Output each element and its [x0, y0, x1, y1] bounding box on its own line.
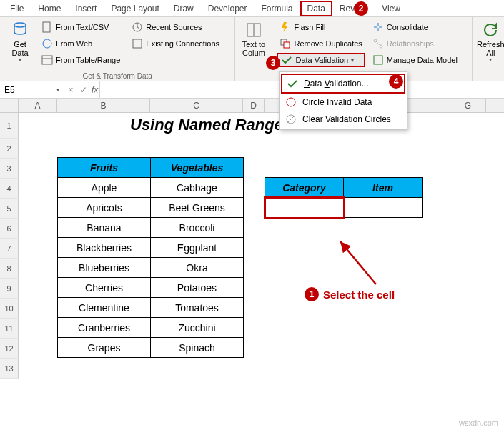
cell[interactable]: Zucchini [151, 318, 244, 338]
annotation-arrow [333, 234, 390, 291]
remove-dup-icon [280, 38, 291, 49]
from-web-button[interactable]: From Web [39, 36, 123, 51]
manage-data-model-button[interactable]: Manage Data Model [370, 53, 460, 67]
svg-rect-3 [42, 56, 52, 64]
svg-rect-1 [43, 22, 50, 32]
data-validation-dropdown: Data Validation... Circle Invalid Data C… [279, 71, 407, 130]
cell[interactable]: Clementine [58, 298, 151, 318]
worksheet: A B C D E F G 1 2 3 4 5 6 7 8 9 10 11 12… [0, 99, 504, 113]
from-text-csv-button[interactable]: From Text/CSV [39, 20, 123, 34]
dd-circle-invalid[interactable]: Circle Invalid Data [281, 94, 405, 111]
row-10[interactable]: 10 [0, 299, 19, 319]
selection-table: CategoryItem [265, 177, 423, 218]
existing-connections-button[interactable]: Existing Connections [129, 36, 222, 51]
chevron-down-icon: ▾ [56, 86, 59, 93]
page-title: Using Named Range [130, 116, 283, 134]
tab-home[interactable]: Home [31, 1, 68, 16]
svg-point-2 [43, 39, 51, 48]
name-box[interactable]: E5▾ [0, 81, 64, 98]
cell[interactable]: Cabbage [151, 178, 244, 198]
from-table-range-button[interactable]: From Table/Range [39, 53, 123, 67]
svg-rect-14 [374, 56, 382, 64]
cell[interactable]: Grapes [58, 338, 151, 358]
th-vegetables[interactable]: Vegetables [151, 158, 244, 178]
watermark: wsxdn.com [459, 419, 498, 427]
chevron-down-icon: ▾ [19, 57, 21, 64]
tab-file[interactable]: File [3, 1, 31, 16]
tab-formulas[interactable]: Formula [254, 1, 300, 16]
group-label-get-transform: Get & Transform Data [0, 72, 234, 80]
cell[interactable]: Okra [151, 258, 244, 278]
row-4[interactable]: 4 [0, 179, 19, 199]
cell[interactable]: Cranberries [58, 318, 151, 338]
col-D[interactable]: D [243, 99, 265, 112]
cell[interactable]: Tomatoes [151, 298, 244, 318]
tab-insert[interactable]: Insert [68, 1, 104, 16]
col-G[interactable]: G [450, 99, 486, 112]
selected-cell-E5[interactable] [265, 198, 344, 218]
refresh-all-button[interactable]: Refresh All ▾ [477, 19, 504, 71]
svg-line-18 [340, 241, 376, 284]
cell[interactable]: Broccoli [151, 218, 244, 238]
recent-icon [132, 21, 143, 33]
row-2[interactable]: 2 [0, 139, 19, 159]
text-to-columns-button[interactable]: Text to Colum [239, 19, 267, 71]
row-6[interactable]: 6 [0, 219, 19, 239]
data-model-icon [372, 54, 384, 66]
col-A[interactable]: A [19, 99, 57, 112]
tab-developer[interactable]: Developer [201, 1, 255, 16]
row-9[interactable]: 9 [0, 279, 19, 299]
row-5[interactable]: 5 [0, 199, 19, 219]
row-1[interactable]: 1 [0, 113, 19, 139]
row-3[interactable]: 3 [0, 159, 19, 179]
callout-1: 1 [305, 287, 319, 301]
cell-F5[interactable] [344, 198, 423, 218]
cell[interactable]: Spinach [151, 338, 244, 358]
get-data-button[interactable]: Get Data ▾ [4, 19, 36, 71]
svg-point-0 [14, 23, 26, 27]
svg-rect-6 [133, 39, 142, 48]
recent-sources-button[interactable]: Recent Sources [129, 20, 222, 34]
flash-fill-button[interactable]: Flash Fill [277, 20, 365, 34]
row-12[interactable]: 12 [0, 339, 19, 359]
tab-view[interactable]: View [375, 1, 407, 16]
enter-formula-icon: ✓ [77, 85, 90, 95]
data-validation-button[interactable]: Data Validation ▾ [277, 53, 365, 67]
cell[interactable]: Blueberries [58, 258, 151, 278]
row-13[interactable]: 13 [0, 359, 19, 379]
row-8[interactable]: 8 [0, 259, 19, 279]
row-7[interactable]: 7 [0, 239, 19, 259]
get-data-label: Get Data [4, 40, 36, 57]
cell[interactable]: Cherries [58, 278, 151, 298]
cell[interactable]: Potatoes [151, 278, 244, 298]
remove-duplicates-button[interactable]: Remove Duplicates [277, 36, 365, 51]
fx-button[interactable]: fx [90, 85, 99, 95]
consolidate-icon [372, 21, 384, 33]
cell[interactable]: Banana [58, 218, 151, 238]
select-all-corner[interactable] [0, 99, 19, 112]
tab-data[interactable]: Data [300, 1, 332, 16]
cell[interactable]: Apple [58, 178, 151, 198]
produce-table: FruitsVegetables AppleCabbage ApricotsBe… [57, 157, 244, 358]
callout-3: 3 [266, 56, 280, 70]
formula-bar: E5▾ × ✓ fx [0, 81, 504, 99]
dd-clear-circles[interactable]: Clear Validation Circles [281, 111, 405, 128]
consolidate-button[interactable]: Consolidate [370, 20, 460, 34]
cell[interactable]: Blackberries [58, 238, 151, 258]
th-category[interactable]: Category [265, 178, 344, 198]
cell[interactable]: Eggplant [151, 238, 244, 258]
cell[interactable]: Beet Greens [151, 198, 244, 218]
callout-2: 2 [354, 1, 368, 16]
svg-line-17 [287, 116, 295, 123]
cell[interactable]: Apricots [58, 198, 151, 218]
tab-draw[interactable]: Draw [167, 1, 201, 16]
row-11[interactable]: 11 [0, 319, 19, 339]
connection-icon [132, 38, 143, 49]
col-C[interactable]: C [150, 99, 243, 112]
dd-data-validation[interactable]: Data Validation... [281, 74, 405, 94]
tab-pagelayout[interactable]: Page Layout [104, 1, 166, 16]
th-fruits[interactable]: Fruits [58, 158, 151, 178]
relationships-button: Relationships [370, 36, 460, 51]
th-item[interactable]: Item [344, 178, 423, 198]
col-B[interactable]: B [57, 99, 150, 112]
